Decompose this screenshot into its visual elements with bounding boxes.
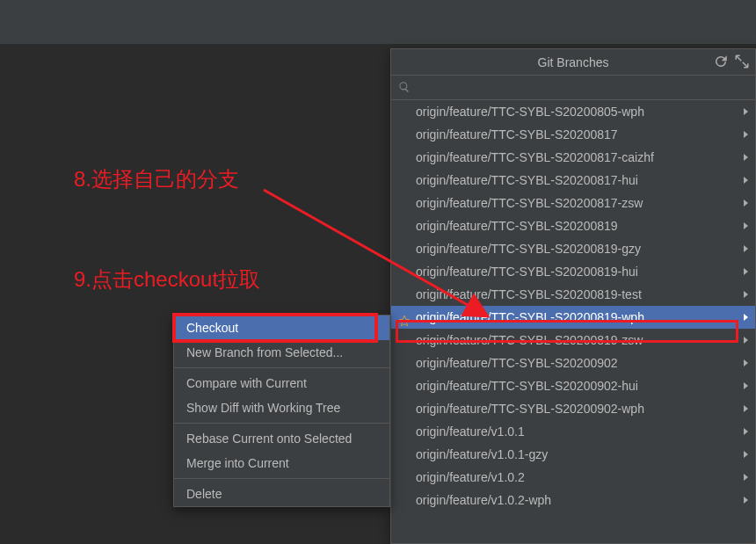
branch-item[interactable]: origin/feature/v1.0.1 (391, 420, 755, 443)
branch-item[interactable]: origin/feature/TTC-SYBL-S20200819-wph (391, 306, 755, 329)
branch-item[interactable]: origin/feature/v1.0.2 (391, 466, 755, 489)
submenu-arrow-icon (744, 131, 748, 138)
menu-separator (174, 423, 389, 424)
branch-label: origin/feature/TTC-SYBL-S20200817-zsw (416, 196, 643, 210)
menu-item[interactable]: Merge into Current (174, 451, 389, 475)
submenu-arrow-icon (744, 291, 748, 298)
submenu-arrow-icon (744, 222, 748, 229)
menu-item[interactable]: Delete (174, 482, 389, 506)
branch-item[interactable]: origin/feature/v1.0.2-wph (391, 489, 755, 511)
submenu-arrow-icon (744, 154, 748, 161)
branch-label: origin/feature/TTC-SYBL-S20200819-zsw (416, 333, 643, 347)
resize-icon[interactable] (734, 54, 750, 69)
branch-label: origin/feature/v1.0.1-gzy (416, 447, 548, 461)
submenu-arrow-icon (744, 108, 748, 115)
branch-item[interactable]: origin/feature/TTC-SYBL-S20200805-wph (391, 100, 755, 123)
branch-item[interactable]: origin/feature/TTC-SYBL-S20200819-zsw (391, 329, 755, 352)
refresh-icon[interactable] (713, 54, 729, 69)
submenu-arrow-icon (744, 337, 748, 344)
branch-label: origin/feature/TTC-SYBL-S20200902-hui (416, 379, 638, 393)
menu-item[interactable]: Rebase Current onto Selected (174, 426, 389, 451)
search-input[interactable] (416, 78, 750, 98)
branch-label: origin/feature/TTC-SYBL-S20200819-hui (416, 265, 638, 279)
branch-label: origin/feature/TTC-SYBL-S20200819 (416, 219, 618, 233)
popup-title-bar: Git Branches (391, 49, 755, 76)
branch-label: origin/feature/v1.0.2-wph (416, 493, 551, 507)
menu-separator (174, 367, 389, 368)
menu-item[interactable]: Checkout (174, 316, 389, 340)
branch-item[interactable]: origin/feature/TTC-SYBL-S20200817-zsw (391, 192, 755, 214)
branch-item[interactable]: origin/feature/TTC-SYBL-S20200819-gzy (391, 237, 755, 260)
search-row (391, 76, 755, 100)
submenu-arrow-icon (744, 268, 748, 275)
git-branches-popup: Git Branches origin/feature/TTC-SYBL-S20… (390, 48, 756, 544)
submenu-arrow-icon (744, 314, 748, 321)
star-icon (398, 311, 411, 323)
submenu-arrow-icon (744, 359, 748, 366)
branch-item[interactable]: origin/feature/v1.0.1-gzy (391, 443, 755, 466)
branch-label: origin/feature/v1.0.2 (416, 470, 525, 484)
branch-item[interactable]: origin/feature/TTC-SYBL-S20200819-test (391, 283, 755, 306)
branch-item[interactable]: origin/feature/TTC-SYBL-S20200817-caizhf (391, 146, 755, 169)
submenu-arrow-icon (744, 405, 748, 412)
branch-label: origin/feature/TTC-SYBL-S20200817-caizhf (416, 150, 654, 164)
branch-context-menu: CheckoutNew Branch from Selected...Compa… (173, 315, 390, 507)
branch-item[interactable]: origin/feature/TTC-SYBL-S20200819-hui (391, 260, 755, 283)
submenu-arrow-icon (744, 497, 748, 504)
submenu-arrow-icon (744, 199, 748, 207)
branch-label: origin/feature/TTC-SYBL-S20200805-wph (416, 105, 644, 119)
menu-item[interactable]: Show Diff with Working Tree (174, 395, 389, 420)
toolbar-bg (0, 0, 756, 44)
menu-separator (174, 478, 389, 479)
branch-list: origin/feature/TTC-SYBL-S20200805-wphori… (391, 100, 755, 543)
popup-title: Git Branches (538, 55, 609, 69)
branch-item[interactable]: origin/feature/TTC-SYBL-S20200902-hui (391, 374, 755, 397)
branch-label: origin/feature/TTC-SYBL-S20200902 (416, 356, 618, 370)
submenu-arrow-icon (744, 177, 748, 184)
submenu-arrow-icon (744, 245, 748, 252)
branch-item[interactable]: origin/feature/TTC-SYBL-S20200817-hui (391, 169, 755, 192)
branch-label: origin/feature/TTC-SYBL-S20200819-wph (416, 310, 644, 324)
branch-label: origin/feature/TTC-SYBL-S20200819-test (416, 287, 642, 301)
submenu-arrow-icon (744, 474, 748, 481)
branch-item[interactable]: origin/feature/TTC-SYBL-S20200817 (391, 123, 755, 146)
branch-item[interactable]: origin/feature/TTC-SYBL-S20200902 (391, 352, 755, 374)
branch-item[interactable]: origin/feature/TTC-SYBL-S20200819 (391, 214, 755, 237)
search-icon (398, 81, 411, 93)
branch-label: origin/feature/v1.0.1 (416, 424, 525, 439)
menu-item[interactable]: New Branch from Selected... (174, 340, 389, 365)
branch-label: origin/feature/TTC-SYBL-S20200817 (416, 127, 618, 141)
branch-label: origin/feature/TTC-SYBL-S20200902-wph (416, 402, 644, 416)
submenu-arrow-icon (744, 428, 748, 435)
submenu-arrow-icon (744, 451, 748, 458)
menu-item[interactable]: Compare with Current (174, 371, 389, 395)
branch-label: origin/feature/TTC-SYBL-S20200819-gzy (416, 242, 641, 256)
branch-item[interactable]: origin/feature/TTC-SYBL-S20200902-wph (391, 397, 755, 420)
branch-label: origin/feature/TTC-SYBL-S20200817-hui (416, 173, 638, 187)
submenu-arrow-icon (744, 382, 748, 389)
